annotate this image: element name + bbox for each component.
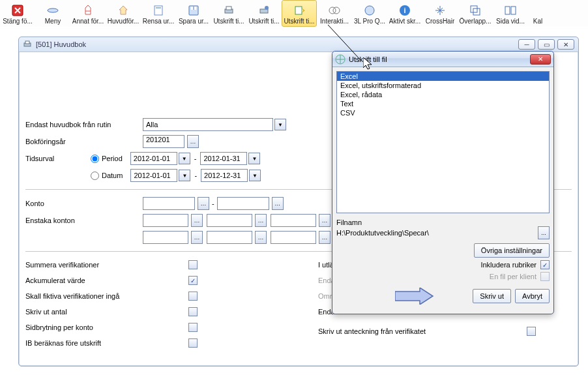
period-radio[interactable]: Period bbox=[91, 155, 123, 163]
period-from-dd[interactable]: ▼ bbox=[179, 153, 190, 164]
tool-utskrift-1[interactable]: Utskrift ti... bbox=[211, 0, 246, 27]
enstaka-5[interactable] bbox=[207, 231, 252, 244]
rutin-dropdown[interactable]: ▼ bbox=[274, 119, 286, 130]
rutin-combo[interactable]: Alla bbox=[143, 118, 273, 131]
period-from[interactable]: 2012-01-01 bbox=[130, 152, 177, 165]
skrivut-button[interactable]: Skriv ut bbox=[473, 289, 511, 303]
svg-rect-5 bbox=[156, 7, 161, 8]
bokforingsar-lookup[interactable]: … bbox=[187, 135, 199, 148]
tool-utskrift-fil[interactable]: Utskrift ti... bbox=[282, 0, 317, 27]
filnamn-label: Filnamn bbox=[336, 218, 550, 226]
ovriga-button[interactable]: Övriga inställningar bbox=[474, 243, 550, 258]
tool-huvud[interactable]: Huvudför... bbox=[106, 0, 141, 27]
datum-to[interactable]: 2012-12-31 bbox=[201, 169, 248, 182]
tool-spara[interactable]: Spara ur... bbox=[176, 0, 211, 27]
chk-sidbrytning[interactable] bbox=[188, 323, 198, 332]
dialog-close-button[interactable]: ✕ bbox=[530, 54, 551, 65]
datum-from[interactable]: 2012-01-01 bbox=[130, 169, 177, 182]
chk-inkludera[interactable]: ✓ bbox=[540, 260, 550, 269]
period-to-dd[interactable]: ▼ bbox=[248, 153, 260, 164]
globe-icon bbox=[335, 54, 345, 65]
chk-summera[interactable] bbox=[188, 260, 198, 269]
avbryt-button[interactable]: Avbryt bbox=[515, 289, 550, 303]
konto-from[interactable] bbox=[143, 197, 195, 210]
svg-text:i: i bbox=[404, 7, 405, 14]
konto-to[interactable] bbox=[217, 197, 269, 210]
tool-sidavid[interactable]: Sida vid... bbox=[493, 0, 528, 27]
tool-utskrift-2[interactable]: Utskrift ti... bbox=[246, 0, 282, 27]
arrow-annotation bbox=[395, 288, 434, 305]
tool-kal[interactable]: Kal bbox=[528, 0, 548, 27]
datum-from-dd[interactable]: ▼ bbox=[179, 170, 190, 181]
chk-ackumulerat[interactable]: ✓ bbox=[188, 276, 198, 285]
tool-crosshair[interactable]: CrossHair bbox=[422, 0, 458, 27]
svg-marker-2 bbox=[85, 5, 91, 14]
chk-ib[interactable] bbox=[188, 338, 198, 348]
tool-interakt[interactable]: Interakti... bbox=[317, 0, 352, 27]
chk-fiktiva[interactable] bbox=[188, 292, 198, 301]
close-button[interactable]: ✕ bbox=[557, 39, 574, 50]
tool-aktivt[interactable]: iAktivt skr... bbox=[387, 0, 422, 27]
svg-point-11 bbox=[265, 6, 269, 10]
konto-to-lookup[interactable]: … bbox=[272, 197, 284, 210]
svg-point-13 bbox=[329, 7, 336, 14]
datum-radio[interactable]: Datum bbox=[91, 172, 123, 180]
chk-enfil bbox=[540, 272, 550, 281]
list-item[interactable]: Excel, utskriftsformaterad bbox=[337, 81, 549, 90]
tool-overlapp[interactable]: Överlapp... bbox=[458, 0, 493, 27]
tool-3lpro[interactable]: 3L Pro Q... bbox=[352, 0, 387, 27]
list-item[interactable]: Excel, rådata bbox=[337, 90, 549, 99]
list-item[interactable]: CSV bbox=[337, 108, 549, 117]
enstaka-label: Enstaka konton bbox=[25, 217, 123, 224]
svg-marker-3 bbox=[119, 6, 127, 14]
tidsurval-label: Tidsurval bbox=[25, 155, 91, 162]
main-toolbar: Stäng fö... Meny Annat för... Huvudför..… bbox=[0, 0, 588, 29]
svg-rect-20 bbox=[505, 7, 510, 14]
svg-rect-9 bbox=[226, 7, 231, 10]
tool-rensa[interactable]: Rensa ur... bbox=[141, 0, 176, 27]
svg-rect-19 bbox=[473, 8, 480, 15]
period-to[interactable]: 2012-01-31 bbox=[200, 152, 247, 165]
svg-point-14 bbox=[333, 7, 340, 14]
enstaka-3[interactable] bbox=[271, 214, 316, 227]
svg-point-15 bbox=[365, 6, 374, 15]
rutin-label: Endast huvudbok från rutin bbox=[25, 121, 123, 128]
bokforingsar-field[interactable]: 201201 bbox=[143, 135, 184, 148]
enstaka-2[interactable] bbox=[207, 214, 252, 227]
dialog-title: Utskrift till fil bbox=[349, 55, 387, 63]
printer-icon bbox=[23, 40, 32, 49]
enstaka-1[interactable] bbox=[143, 214, 188, 227]
svg-rect-21 bbox=[511, 7, 516, 14]
list-item[interactable]: Excel bbox=[337, 72, 549, 81]
svg-rect-18 bbox=[471, 6, 477, 12]
maximize-button[interactable]: ▭ bbox=[538, 39, 555, 50]
svg-point-1 bbox=[48, 8, 58, 12]
tool-annat[interactable]: Annat för... bbox=[70, 0, 106, 27]
minimize-button[interactable]: ─ bbox=[518, 39, 535, 50]
svg-rect-12 bbox=[295, 7, 302, 14]
window-title: [501] Huvudbok bbox=[36, 40, 86, 48]
format-listbox[interactable]: Excel Excel, utskriftsformaterad Excel, … bbox=[336, 71, 550, 213]
path-text: H:\Produktutveckling\Specar\ bbox=[336, 229, 533, 237]
titlebar[interactable]: [501] Huvudbok ─ ▭ ✕ bbox=[19, 37, 578, 52]
chk-antal[interactable] bbox=[188, 307, 198, 316]
svg-marker-25 bbox=[395, 288, 433, 305]
tool-menu[interactable]: Meny bbox=[35, 0, 70, 27]
konto-from-lookup[interactable]: … bbox=[198, 197, 209, 210]
enstaka-6[interactable] bbox=[271, 231, 316, 244]
konto-label: Konto bbox=[25, 200, 123, 207]
dialog-titlebar[interactable]: Utskrift till fil ✕ bbox=[332, 52, 553, 67]
browse-button[interactable]: ... bbox=[538, 226, 550, 239]
svg-rect-23 bbox=[25, 41, 29, 44]
bokforingsar-label: Bokföringsår bbox=[25, 138, 123, 145]
list-item[interactable]: Text bbox=[337, 99, 549, 108]
tool-close[interactable]: Stäng fö... bbox=[0, 0, 35, 27]
datum-to-dd[interactable]: ▼ bbox=[249, 170, 261, 181]
enstaka-4[interactable] bbox=[143, 231, 188, 244]
export-dialog: Utskrift till fil ✕ Excel Excel, utskrif… bbox=[332, 51, 554, 314]
chk-anteckning[interactable] bbox=[527, 327, 536, 336]
